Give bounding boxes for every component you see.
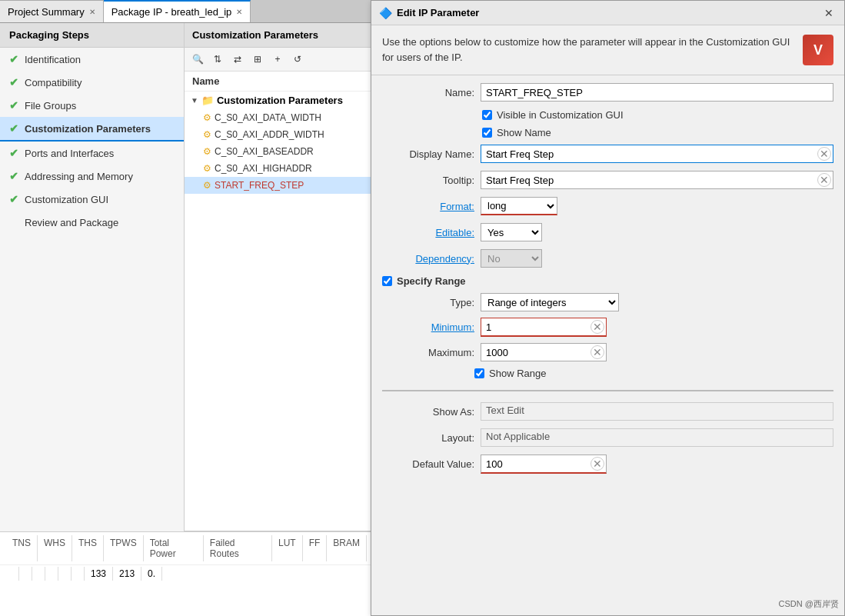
tree-item-label-0: C_S0_AXI_DATA_WIDTH (215, 112, 321, 123)
gear-icon-3: ⚙ (203, 163, 211, 174)
show-as-label: Show As: (382, 406, 474, 418)
status-col-bram: BRAM (327, 535, 367, 561)
toolbar-refresh-btn[interactable]: ↺ (289, 51, 306, 68)
show-as-row: Show As: Text Edit (382, 402, 833, 421)
maximum-input[interactable] (481, 344, 589, 361)
layout-value: Not Applicable (481, 428, 833, 447)
sidebar-item-compatibility-label: Compatibility (25, 77, 82, 88)
name-input[interactable] (481, 83, 833, 102)
show-name-checkbox[interactable] (482, 128, 492, 138)
tree-item-start-freq-step[interactable]: ⚙ START_FREQ_STEP (185, 177, 372, 194)
toolbar-search-btn[interactable]: 🔍 (189, 51, 206, 68)
dialog-body: Name: Visible in Customization GUI Show … (371, 75, 844, 615)
status-col-ths: THS (72, 535, 104, 561)
tab-project-summary-close[interactable]: ✕ (89, 8, 95, 16)
toolbar-sort-btn[interactable]: ⇄ (229, 51, 246, 68)
sidebar-item-review-package[interactable]: ✔ Review and Package (0, 211, 184, 234)
editable-row: Editable: Yes No (382, 223, 833, 241)
tree-column-header: Name (185, 72, 372, 92)
default-value-input-wrap: ✕ (481, 455, 607, 474)
format-select[interactable]: long short bitString float bool (481, 197, 557, 215)
tree-item-label-2: C_S0_AXI_BASEADDR (215, 146, 314, 157)
visible-checkbox[interactable] (482, 110, 492, 120)
sidebar-item-identification[interactable]: ✔ Identification (0, 48, 184, 71)
sidebar-item-ports-interfaces[interactable]: ✔ Ports and Interfaces (0, 142, 184, 165)
section-divider (382, 390, 833, 391)
name-row: Name: (382, 83, 833, 102)
check-icon-customization-parameters: ✔ (9, 122, 18, 135)
status-val-bram: 0. (141, 567, 162, 581)
toolbar-add-btn[interactable]: + (269, 51, 286, 68)
status-val-lut: 133 (85, 567, 113, 581)
status-val-whs (19, 567, 32, 581)
format-label[interactable]: Format: (382, 201, 474, 212)
tab-package-ip[interactable]: Package IP - breath_led_ip ✕ (104, 0, 251, 22)
tree-root-folder[interactable]: ▼ 📁 Customization Parameters (185, 92, 372, 109)
tree-item-c-s0-axi-baseaddr[interactable]: ⚙ C_S0_AXI_BASEADDR (185, 143, 372, 160)
type-row: Type: Range of integers List of values (398, 293, 833, 311)
specify-range-row: Specify Range (382, 275, 833, 287)
vivado-logo: V (803, 35, 833, 65)
sidebar-item-addressing-memory[interactable]: ✔ Addressing and Memory (0, 165, 184, 188)
display-name-input-wrap: ✕ (481, 145, 833, 163)
tab-package-ip-close[interactable]: ✕ (236, 8, 242, 16)
cust-params-header: Customization Parameters (185, 23, 372, 48)
maximum-label: Maximum: (398, 347, 474, 358)
dialog-close-button[interactable]: ✕ (821, 5, 837, 21)
tree-item-c-s0-axi-data-width[interactable]: ⚙ C_S0_AXI_DATA_WIDTH (185, 109, 372, 126)
toolbar-collapse-btn[interactable]: ⇅ (209, 51, 226, 68)
sidebar-item-compatibility[interactable]: ✔ Compatibility (0, 71, 184, 94)
toolbar-grid-btn[interactable]: ⊞ (249, 51, 266, 68)
maximum-input-wrap: ✕ (481, 343, 607, 361)
minimum-input[interactable] (481, 318, 589, 335)
default-value-clear-btn[interactable]: ✕ (591, 457, 604, 471)
tree-item-c-s0-axi-addr-width[interactable]: ⚙ C_S0_AXI_ADDR_WIDTH (185, 126, 372, 143)
tooltip-clear-btn[interactable]: ✕ (817, 173, 831, 187)
tree-item-c-s0-axi-highaddr[interactable]: ⚙ C_S0_AXI_HIGHADDR (185, 160, 372, 177)
visible-checkbox-row: Visible in Customization GUI (382, 109, 833, 121)
dependency-select[interactable]: No (481, 249, 542, 268)
packaging-steps-header: Packaging Steps (0, 23, 184, 48)
check-icon-compatibility: ✔ (9, 76, 18, 88)
sidebar-item-customization-gui[interactable]: ✔ Customization GUI (0, 188, 184, 211)
sidebar-item-identification-label: Identification (25, 54, 81, 65)
maximum-row: Maximum: ✕ (398, 343, 833, 361)
gear-icon-1: ⚙ (203, 129, 211, 140)
layout-label: Layout: (382, 432, 474, 444)
status-col-lut: LUT (272, 535, 303, 561)
dialog-info-text: Use the options below to customize how t… (382, 35, 795, 65)
tooltip-input-wrap: ✕ (481, 171, 833, 189)
maximum-clear-btn[interactable]: ✕ (591, 345, 604, 359)
default-value-input[interactable] (481, 455, 589, 472)
show-name-label: Show Name (497, 127, 551, 138)
sidebar-item-ports-interfaces-label: Ports and Interfaces (25, 148, 114, 159)
display-name-clear-btn[interactable]: ✕ (817, 147, 831, 161)
type-select[interactable]: Range of integers List of values (481, 293, 619, 311)
specify-range-label: Specify Range (397, 275, 466, 287)
specify-range-checkbox[interactable] (382, 276, 392, 286)
status-val-ff: 213 (113, 567, 141, 581)
check-icon-addressing-memory: ✔ (9, 170, 18, 182)
sidebar-item-file-groups[interactable]: ✔ File Groups (0, 94, 184, 117)
dialog-info-section: Use the options below to customize how t… (371, 25, 844, 75)
tab-project-summary[interactable]: Project Summary ✕ (0, 0, 104, 22)
sidebar-item-addressing-memory-label: Addressing and Memory (25, 171, 133, 182)
status-val-tns (6, 567, 19, 581)
tooltip-input[interactable] (481, 171, 816, 188)
tooltip-label: Tooltip: (382, 175, 474, 186)
display-name-input[interactable] (481, 145, 816, 162)
minimum-label[interactable]: Minimum: (398, 321, 474, 333)
dependency-label[interactable]: Dependency: (382, 253, 474, 265)
chevron-down-icon: ▼ (191, 96, 198, 105)
status-val-total-power (58, 567, 72, 581)
show-range-checkbox[interactable] (474, 368, 484, 378)
watermark: CSDN @西岸贤 (779, 598, 839, 610)
minimum-clear-btn[interactable]: ✕ (591, 320, 604, 334)
toolbar: 🔍 ⇅ ⇄ ⊞ + ↺ (185, 48, 372, 72)
editable-label[interactable]: Editable: (382, 227, 474, 238)
check-icon-customization-gui: ✔ (9, 193, 18, 205)
sidebar-item-customization-parameters[interactable]: ✔ Customization Parameters (0, 117, 184, 142)
show-range-row: Show Range (474, 368, 833, 379)
editable-select[interactable]: Yes No (481, 223, 542, 241)
sidebar-item-file-groups-label: File Groups (25, 100, 76, 112)
